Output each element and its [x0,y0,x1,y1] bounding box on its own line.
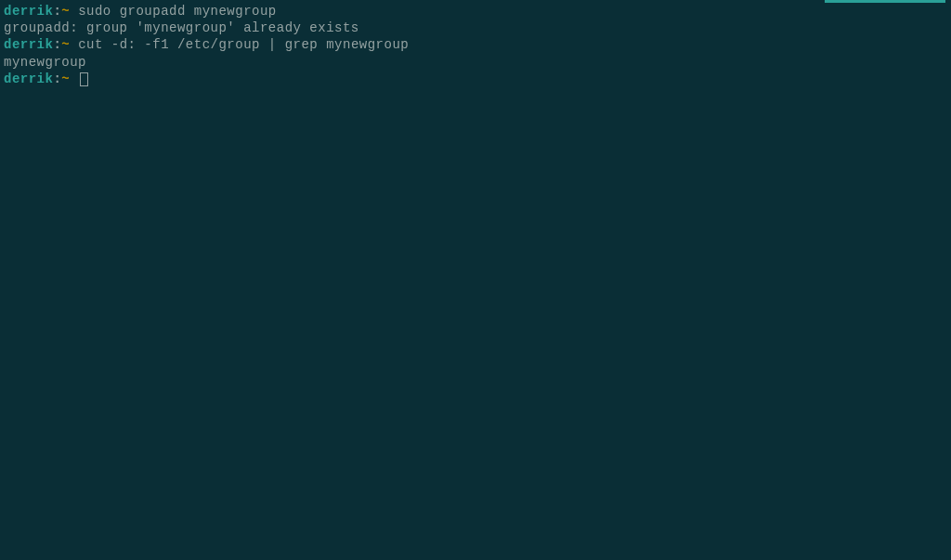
terminal-line-3: derrik:~ cut -d: -f1 /etc/group | grep m… [4,36,947,53]
prompt-path: ~ [61,4,70,19]
terminal-line-1: derrik:~ sudo groupadd mynewgroup [4,3,947,20]
prompt-user: derrik [4,4,53,19]
prompt-user: derrik [4,37,53,52]
top-accent-bar [825,0,945,3]
output-text: groupadd: group 'mynewgroup' already exi… [4,20,359,35]
command-text: sudo groupadd mynewgroup [70,4,277,19]
cursor-icon [80,72,88,86]
terminal-line-4: mynewgroup [4,54,947,71]
prompt-user: derrik [4,72,53,86]
prompt-sep: : [53,72,61,86]
terminal-line-5[interactable]: derrik:~ [4,71,947,87]
prompt-path: ~ [61,72,70,86]
output-text: mynewgroup [4,55,86,70]
terminal-line-2: groupadd: group 'mynewgroup' already exi… [4,20,947,36]
prompt-sep: : [53,4,61,19]
command-text: cut -d: -f1 /etc/group | grep mynewgroup [70,37,409,52]
prompt-path: ~ [61,37,70,52]
command-input[interactable] [70,72,78,86]
prompt-sep: : [53,37,61,52]
